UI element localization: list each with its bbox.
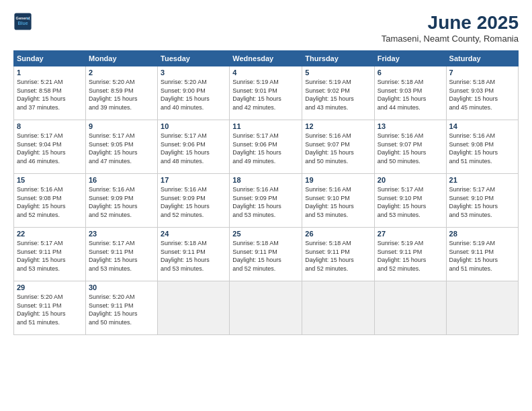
calendar-day-15: 15Sunrise: 5:16 AMSunset: 9:08 PMDayligh… (14, 174, 86, 228)
calendar-table: Sunday Monday Tuesday Wednesday Thursday… (13, 50, 519, 335)
header-sunday: Sunday (14, 51, 86, 66)
header-monday: Monday (86, 51, 158, 66)
calendar-day-13: 13Sunrise: 5:16 AMSunset: 9:07 PMDayligh… (374, 120, 446, 174)
calendar-day-30: 30Sunrise: 5:20 AMSunset: 9:11 PMDayligh… (86, 281, 158, 335)
header-friday: Friday (374, 51, 446, 66)
calendar-day-17: 17Sunrise: 5:16 AMSunset: 9:09 PMDayligh… (158, 174, 230, 228)
calendar-day-19: 19Sunrise: 5:16 AMSunset: 9:10 PMDayligh… (302, 174, 374, 228)
calendar-day-empty-w4d5 (374, 281, 446, 335)
calendar-day-24: 24Sunrise: 5:18 AMSunset: 9:11 PMDayligh… (158, 228, 230, 281)
calendar-day-28: 28Sunrise: 5:19 AMSunset: 9:11 PMDayligh… (446, 228, 518, 281)
calendar-week-2: 15Sunrise: 5:16 AMSunset: 9:08 PMDayligh… (14, 174, 519, 228)
calendar-day-empty-w4d3 (230, 281, 302, 335)
calendar-day-26: 26Sunrise: 5:18 AMSunset: 9:11 PMDayligh… (302, 228, 374, 281)
calendar-day-3: 3Sunrise: 5:20 AMSunset: 9:00 PMDaylight… (158, 66, 230, 120)
calendar-day-9: 9Sunrise: 5:17 AMSunset: 9:05 PMDaylight… (86, 120, 158, 174)
calendar-day-20: 20Sunrise: 5:17 AMSunset: 9:10 PMDayligh… (374, 174, 446, 228)
header-wednesday: Wednesday (230, 51, 302, 66)
calendar-day-12: 12Sunrise: 5:16 AMSunset: 9:07 PMDayligh… (302, 120, 374, 174)
svg-text:Blue: Blue (17, 21, 28, 26)
calendar-day-2: 2Sunrise: 5:20 AMSunset: 8:59 PMDaylight… (86, 66, 158, 120)
header-tuesday: Tuesday (158, 51, 230, 66)
header-thursday: Thursday (302, 51, 374, 66)
logo-icon: General Blue (13, 12, 32, 31)
calendar-day-18: 18Sunrise: 5:16 AMSunset: 9:09 PMDayligh… (230, 174, 302, 228)
calendar-week-3: 22Sunrise: 5:17 AMSunset: 9:11 PMDayligh… (14, 228, 519, 281)
calendar-week-1: 8Sunrise: 5:17 AMSunset: 9:04 PMDaylight… (14, 120, 519, 174)
calendar-day-4: 4Sunrise: 5:19 AMSunset: 9:01 PMDaylight… (230, 66, 302, 120)
calendar-week-0: 1Sunrise: 5:21 AMSunset: 8:58 PMDaylight… (14, 66, 519, 120)
calendar-day-29: 29Sunrise: 5:20 AMSunset: 9:11 PMDayligh… (14, 281, 86, 335)
calendar-week-4: 29Sunrise: 5:20 AMSunset: 9:11 PMDayligh… (14, 281, 519, 335)
calendar-day-empty-w4d6 (446, 281, 518, 335)
title-block: June 2025 Tamaseni, Neamt County, Romani… (382, 12, 519, 44)
calendar-day-5: 5Sunrise: 5:19 AMSunset: 9:02 PMDaylight… (302, 66, 374, 120)
calendar-header-row: Sunday Monday Tuesday Wednesday Thursday… (14, 51, 519, 66)
calendar-day-16: 16Sunrise: 5:16 AMSunset: 9:09 PMDayligh… (86, 174, 158, 228)
calendar-day-10: 10Sunrise: 5:17 AMSunset: 9:06 PMDayligh… (158, 120, 230, 174)
calendar-day-27: 27Sunrise: 5:19 AMSunset: 9:11 PMDayligh… (374, 228, 446, 281)
calendar-day-7: 7Sunrise: 5:18 AMSunset: 9:03 PMDaylight… (446, 66, 518, 120)
calendar-day-25: 25Sunrise: 5:18 AMSunset: 9:11 PMDayligh… (230, 228, 302, 281)
calendar-day-21: 21Sunrise: 5:17 AMSunset: 9:10 PMDayligh… (446, 174, 518, 228)
calendar-day-empty-w4d4 (302, 281, 374, 335)
calendar-day-empty-w4d2 (158, 281, 230, 335)
calendar-day-23: 23Sunrise: 5:17 AMSunset: 9:11 PMDayligh… (86, 228, 158, 281)
calendar-day-1: 1Sunrise: 5:21 AMSunset: 8:58 PMDaylight… (14, 66, 86, 120)
page-subtitle: Tamaseni, Neamt County, Romania (382, 34, 519, 44)
calendar-day-6: 6Sunrise: 5:18 AMSunset: 9:03 PMDaylight… (374, 66, 446, 120)
header-saturday: Saturday (446, 51, 518, 66)
calendar-day-22: 22Sunrise: 5:17 AMSunset: 9:11 PMDayligh… (14, 228, 86, 281)
logo: General Blue (13, 12, 32, 31)
page-title: June 2025 (382, 12, 519, 34)
calendar-day-8: 8Sunrise: 5:17 AMSunset: 9:04 PMDaylight… (14, 120, 86, 174)
page-header: General Blue June 2025 Tamaseni, Neamt C… (13, 12, 519, 44)
calendar-day-14: 14Sunrise: 5:16 AMSunset: 9:08 PMDayligh… (446, 120, 518, 174)
calendar-day-11: 11Sunrise: 5:17 AMSunset: 9:06 PMDayligh… (230, 120, 302, 174)
